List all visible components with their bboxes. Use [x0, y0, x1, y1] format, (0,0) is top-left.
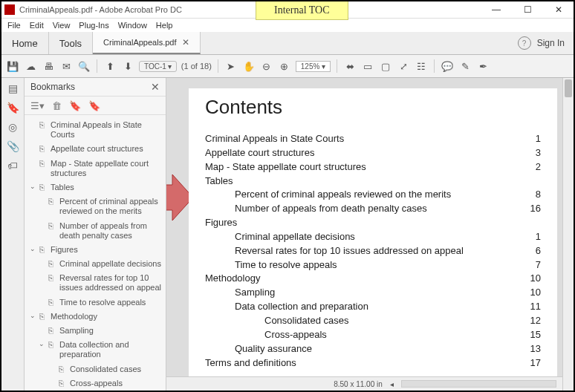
- toc-row[interactable]: Quality assurance13: [205, 342, 541, 356]
- bookmark-item[interactable]: ⌄⎘Tables: [27, 180, 163, 195]
- fit-visible-icon[interactable]: ▢: [379, 59, 392, 73]
- bookmark-label: Consolidated cases: [70, 365, 161, 374]
- sign-in-link[interactable]: Sign In: [537, 38, 565, 48]
- menu-plugins[interactable]: Plug-Ins: [79, 21, 108, 30]
- bookmark-label: Criminal appellate decisions: [59, 259, 161, 269]
- toc-row[interactable]: Figures: [205, 216, 541, 230]
- help-icon[interactable]: ?: [518, 36, 531, 50]
- comment-icon[interactable]: 💬: [441, 59, 454, 73]
- bookmark-label: Figures: [51, 245, 161, 255]
- content-icon[interactable]: ◎: [8, 121, 17, 133]
- search-icon[interactable]: 🔍: [77, 59, 91, 73]
- bookmarks-title: Bookmarks: [30, 82, 75, 92]
- side-rail: ▤ 🔖 ◎ 📎 🏷: [1, 78, 25, 391]
- close-button[interactable]: ✕: [547, 3, 571, 16]
- bookmarks-icon[interactable]: 🔖: [7, 102, 19, 114]
- toc-row[interactable]: Time to resolve appeals7: [205, 258, 541, 272]
- bookmark-item[interactable]: ⌄⎘Figures: [27, 243, 163, 257]
- toc-row[interactable]: Sampling10: [205, 286, 541, 300]
- delete-bookmark-icon[interactable]: 🗑: [52, 100, 62, 111]
- minimize-button[interactable]: —: [484, 3, 508, 16]
- toc-tag-dropdown[interactable]: TOC-1▾: [139, 61, 177, 72]
- toc-row[interactable]: Consolidated cases12: [205, 314, 541, 328]
- find-bookmark-icon[interactable]: 🔖: [88, 100, 100, 111]
- bookmark-item[interactable]: ⎘Map - State appellate court structures: [27, 157, 163, 180]
- pointer-icon[interactable]: ➤: [224, 59, 238, 73]
- zoom-in-icon[interactable]: ⊕: [278, 59, 291, 73]
- options-icon[interactable]: ☰▾: [30, 100, 45, 111]
- menu-file[interactable]: File: [7, 21, 21, 30]
- expand-icon[interactable]: ⌄: [29, 312, 36, 320]
- bookmark-item[interactable]: ⎘Number of appeals from death penalty ca…: [27, 219, 163, 243]
- toc-label: Number of appeals from death penalty cas…: [205, 202, 519, 216]
- fit-page-icon[interactable]: ▭: [361, 59, 374, 73]
- email-icon[interactable]: ✉: [59, 59, 73, 73]
- cloud-icon[interactable]: ☁: [24, 59, 37, 73]
- bookmark-item[interactable]: ⎘Percent of criminal appeals reviewed on…: [27, 195, 163, 218]
- zoom-out-icon[interactable]: ⊖: [260, 59, 273, 73]
- bookmark-item[interactable]: ⎘Appellate court structures: [27, 142, 163, 156]
- bookmark-item[interactable]: ⎘Sampling: [27, 324, 163, 338]
- hand-icon[interactable]: ✋: [242, 59, 256, 73]
- bookmark-item[interactable]: ⎘Reversal rates for top 10 issues addres…: [27, 271, 163, 295]
- bookmark-item[interactable]: ⌄⎘Data collection and preparation: [27, 338, 163, 362]
- tab-document[interactable]: CriminalAppeals.pdf ✕: [93, 32, 201, 54]
- toc-row[interactable]: Tables: [205, 174, 541, 189]
- toc-row[interactable]: Data collection and preparation11: [205, 300, 541, 314]
- bookmark-label: Methodology: [51, 312, 161, 321]
- toc-row[interactable]: Methodology10: [205, 272, 541, 286]
- toc-row[interactable]: Criminal appellate decisions1: [205, 230, 541, 244]
- attachments-icon[interactable]: 📎: [7, 140, 19, 152]
- toc-row[interactable]: Map - State appellate court structures2: [205, 160, 541, 174]
- bookmark-item[interactable]: ⎘Time to resolve appeals: [27, 295, 163, 310]
- tab-bar: Home Tools CriminalAppeals.pdf ✕ ? Sign …: [1, 32, 574, 55]
- menu-view[interactable]: View: [53, 21, 71, 30]
- menu-edit[interactable]: Edit: [30, 21, 44, 30]
- bookmark-item[interactable]: ⎘Criminal appellate decisions: [27, 257, 163, 271]
- zoom-dropdown[interactable]: 125%▾: [296, 61, 331, 72]
- horizontal-scrollbar[interactable]: [401, 380, 556, 388]
- menu-help[interactable]: Help: [156, 21, 173, 30]
- maximize-button[interactable]: ☐: [516, 3, 539, 16]
- bookmark-ribbon-icon: ⎘: [48, 221, 56, 231]
- save-icon[interactable]: 💾: [6, 59, 19, 73]
- expand-icon[interactable]: ⌄: [29, 245, 36, 253]
- toc-row[interactable]: Percent of criminal appeals reviewed on …: [205, 188, 541, 202]
- toc-row[interactable]: Appellate court structures3: [205, 146, 541, 160]
- sign-icon[interactable]: ✒: [476, 59, 490, 73]
- close-tab-icon[interactable]: ✕: [182, 37, 189, 48]
- bookmark-item[interactable]: ⎘Cross-appeals: [27, 376, 163, 391]
- highlight-icon[interactable]: ✎: [458, 59, 472, 73]
- thumbnails-icon[interactable]: ▤: [8, 82, 18, 94]
- expand-icon[interactable]: ⌄: [38, 340, 45, 348]
- bookmark-ribbon-icon: ⎘: [48, 273, 56, 283]
- toc-row[interactable]: Terms and definitions17: [205, 356, 541, 370]
- tags-icon[interactable]: 🏷: [7, 160, 18, 172]
- page-up-icon[interactable]: ⬆: [103, 59, 117, 73]
- toc-row[interactable]: Number of appeals from death penalty cas…: [205, 202, 541, 216]
- read-mode-icon[interactable]: ⤢: [397, 59, 410, 73]
- tab-home[interactable]: Home: [1, 32, 49, 54]
- bookmark-item[interactable]: ⎘Consolidated cases: [27, 362, 163, 376]
- fit-width-icon[interactable]: ⬌: [343, 59, 357, 73]
- close-panel-icon[interactable]: ✕: [151, 81, 160, 93]
- print-icon[interactable]: 🖶: [42, 59, 55, 73]
- bookmark-item[interactable]: ⌄⎘Methodology: [27, 310, 163, 324]
- new-bookmark-icon[interactable]: 🔖: [69, 100, 81, 111]
- toc-row[interactable]: Reversal rates for top 10 issues address…: [205, 244, 541, 258]
- page-down-icon[interactable]: ⬇: [121, 59, 134, 73]
- expand-icon[interactable]: ⌄: [29, 183, 36, 191]
- vertical-scrollbar[interactable]: [562, 78, 574, 391]
- page-area: Contents Criminal Appeals in State Court…: [166, 78, 574, 391]
- customize-icon[interactable]: ☷: [415, 59, 428, 73]
- scroll-left-icon[interactable]: ◂: [390, 380, 394, 388]
- bookmark-ribbon-icon: ⎘: [59, 379, 67, 388]
- bookmark-item[interactable]: ⎘Criminal Appeals in State Courts: [27, 118, 163, 142]
- toc-row[interactable]: Criminal Appeals in State Courts1: [205, 132, 541, 146]
- menu-window[interactable]: Window: [118, 21, 147, 30]
- toc-page-number: [519, 174, 541, 189]
- page-scroll[interactable]: Contents Criminal Appeals in State Court…: [166, 78, 574, 376]
- toc-row[interactable]: Cross-appeals15: [205, 328, 541, 342]
- page-size-label: 8.50 x 11.00 in: [334, 380, 383, 388]
- tab-tools[interactable]: Tools: [49, 32, 93, 54]
